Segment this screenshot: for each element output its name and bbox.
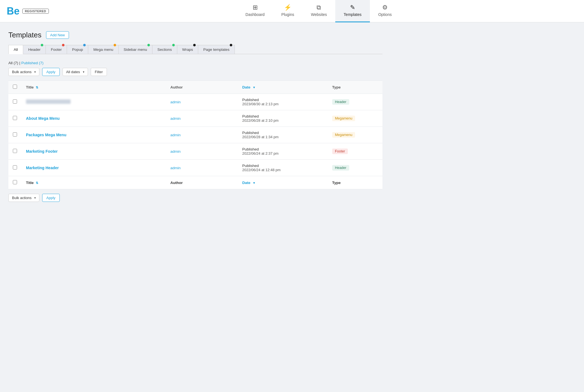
nav-item-templates[interactable]: ✎ Templates [335, 0, 370, 22]
column-header-author: Author [166, 81, 238, 94]
column-header-date[interactable]: Date ▼ [238, 81, 328, 94]
page-title-row: Templates Add New [8, 31, 382, 39]
add-new-button[interactable]: Add New [46, 31, 69, 39]
tab-all[interactable]: All [8, 45, 23, 54]
row-status: Published [242, 98, 323, 102]
column-footer-date[interactable]: Date ▼ [238, 176, 328, 189]
tab-mega-menu-dot [114, 44, 116, 46]
row-date: 2022/06/28 at 1:34 pm [242, 135, 323, 139]
title-sort-icon: ⇅ [36, 86, 38, 89]
all-dates-chevron-icon: ▾ [83, 70, 84, 73]
tab-popup[interactable]: Popup [67, 45, 88, 54]
row-type-badge: Footer [332, 149, 348, 154]
apply-button-bottom[interactable]: Apply [42, 194, 60, 202]
top-navigation: Be REGISTERED ⊞ Dashboard ⚡ Plugins ⧉ We… [0, 0, 584, 22]
row-author-link[interactable]: admin [170, 100, 181, 104]
column-footer-title[interactable]: Title ⇅ [21, 176, 166, 189]
tab-header-label: Header [28, 47, 40, 52]
tab-page-templates-dot [230, 44, 232, 46]
row-author-link[interactable]: admin [170, 166, 181, 170]
nav-label-plugins: Plugins [281, 12, 294, 17]
filter-row: Bulk actions ▾ Apply All dates ▾ Filter [8, 68, 382, 76]
row-type-badge: Megamenu [332, 116, 355, 121]
nav-item-plugins[interactable]: ⚡ Plugins [273, 0, 303, 22]
row-author-link[interactable]: admin [170, 149, 181, 154]
templates-table: Title ⇅ Author Date ▼ Type adminPublishe… [8, 80, 382, 189]
tab-mega-menu-label: Mega menu [93, 47, 113, 52]
row-title-link[interactable]: Marketing Footer [26, 149, 58, 154]
registered-badge: REGISTERED [22, 9, 49, 14]
row-type-badge: Header [332, 99, 349, 105]
apply-button-top[interactable]: Apply [42, 68, 60, 76]
nav-item-dashboard[interactable]: ⊞ Dashboard [237, 0, 273, 22]
row-title-link[interactable]: About Mega Menu [26, 116, 60, 121]
tab-sections[interactable]: Sections [152, 45, 177, 54]
bottom-filter-row: Bulk actions ▾ Apply [8, 194, 382, 202]
author-footer-label: Author [170, 181, 183, 185]
row-date-cell: Published2022/06/24 at 12:48 pm [238, 160, 328, 176]
row-3-checkbox[interactable] [13, 149, 17, 153]
all-dates-dropdown[interactable]: All dates ▾ [63, 68, 88, 76]
row-type-badge: Header [332, 165, 349, 171]
row-date: 2022/06/24 at 2:37 pm [242, 151, 323, 156]
row-date-cell: Published2022/06/28 at 1:34 pm [238, 127, 328, 143]
row-date-cell: Published2022/06/24 at 2:37 pm [238, 143, 328, 160]
tab-wraps[interactable]: Wraps [177, 45, 198, 54]
table-row: Marketing FooteradminPublished2022/06/24… [8, 143, 382, 160]
row-author-cell: admin [166, 143, 238, 160]
row-checkbox-cell [8, 143, 21, 160]
row-date: 2023/08/30 at 2:13 pm [242, 102, 323, 106]
row-status: Published [242, 164, 323, 168]
column-footer-author: Author [166, 176, 238, 189]
tab-mega-menu[interactable]: Mega menu [88, 45, 118, 54]
tab-sidebar-menu[interactable]: Sidebar menu [118, 45, 152, 54]
tab-sidebar-menu-dot [147, 44, 150, 46]
tab-sidebar-menu-label: Sidebar menu [124, 47, 147, 52]
summary-all: All (7) [8, 61, 18, 65]
bulk-actions-dropdown[interactable]: Bulk actions ▾ [8, 68, 39, 76]
summary-published[interactable]: Published (7) [21, 61, 44, 65]
bulk-actions-dropdown-bottom[interactable]: Bulk actions ▾ [8, 194, 39, 202]
bulk-actions-label: Bulk actions [12, 70, 32, 74]
row-author-link[interactable]: admin [170, 133, 181, 137]
row-checkbox-cell [8, 160, 21, 176]
row-2-checkbox[interactable] [13, 132, 17, 137]
tab-popup-label: Popup [72, 47, 83, 52]
table-body: adminPublished2023/08/30 at 2:13 pmHeade… [8, 94, 382, 176]
row-date: 2022/06/24 at 12:48 pm [242, 168, 323, 172]
row-checkbox-cell [8, 110, 21, 127]
row-title-link[interactable]: Marketing Header [26, 166, 59, 170]
nav-item-websites[interactable]: ⧉ Websites [303, 0, 335, 22]
row-0-checkbox[interactable] [13, 99, 17, 104]
bulk-actions-chevron-icon: ▾ [34, 70, 36, 73]
tab-footer[interactable]: Footer [46, 45, 67, 54]
tab-page-templates-label: Page templates [203, 47, 229, 52]
tab-all-label: All [14, 47, 18, 52]
row-type-cell: Megamenu [328, 110, 382, 127]
tab-sections-label: Sections [157, 47, 172, 52]
select-all-cell-bottom [8, 176, 21, 189]
page-title: Templates [8, 31, 42, 39]
type-header-label: Type [332, 85, 341, 89]
select-all-checkbox-bottom[interactable] [13, 180, 17, 184]
bulk-actions-chevron-icon-bottom: ▾ [34, 196, 36, 199]
tab-page-templates[interactable]: Page templates [198, 45, 235, 54]
title-footer-label: Title [26, 181, 34, 185]
row-4-checkbox[interactable] [13, 165, 17, 169]
row-title-cell [21, 94, 166, 110]
row-author-cell: admin [166, 160, 238, 176]
row-1-checkbox[interactable] [13, 116, 17, 120]
page-content: Templates Add New All Header Footer Popu… [0, 22, 391, 223]
tab-header[interactable]: Header [23, 45, 46, 54]
table-row: adminPublished2023/08/30 at 2:13 pmHeade… [8, 94, 382, 110]
date-header-label: Date [242, 85, 250, 89]
row-author-link[interactable]: admin [170, 116, 181, 121]
nav-item-options[interactable]: ⚙ Options [370, 0, 400, 22]
select-all-checkbox[interactable] [13, 85, 17, 89]
title-blurred [26, 99, 71, 104]
bulk-actions-label-bottom: Bulk actions [12, 196, 32, 200]
column-header-title[interactable]: Title ⇅ [21, 81, 166, 94]
filter-button[interactable]: Filter [91, 68, 107, 76]
row-title-link[interactable]: Packages Mega Menu [26, 133, 66, 137]
column-footer-type: Type [328, 176, 382, 189]
